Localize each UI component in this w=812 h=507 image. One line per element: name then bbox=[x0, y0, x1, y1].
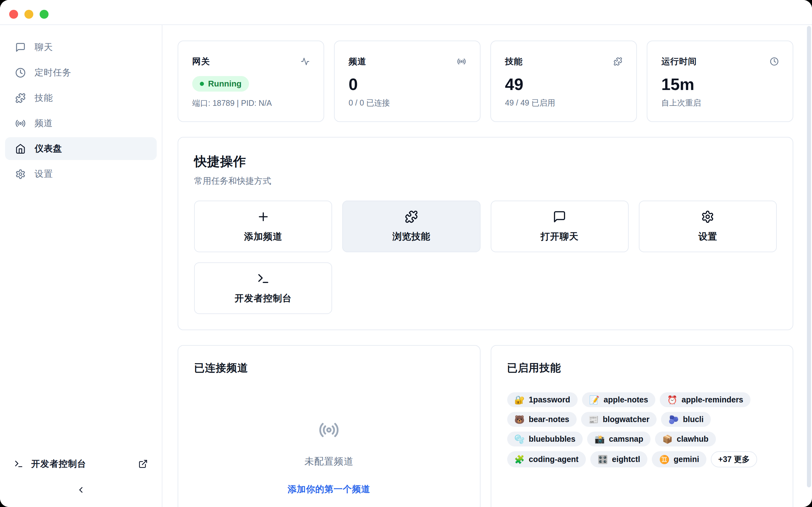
skill-label: blogwatcher bbox=[603, 415, 649, 424]
skill-label: blucli bbox=[683, 415, 704, 424]
stat-subtitle: 自上次重启 bbox=[661, 98, 779, 108]
activity-icon bbox=[301, 57, 310, 66]
chevron-left-icon bbox=[76, 485, 86, 495]
alarm-emoji-icon: ⏰ bbox=[667, 396, 677, 404]
skill-label: clawhub bbox=[676, 435, 708, 444]
quick-actions-panel: 快捷操作 常用任务和快捷方式 添加频道 浏览技能 打开聊天 设置 bbox=[177, 137, 793, 330]
sidebar-item-channels[interactable]: 频道 bbox=[5, 112, 157, 135]
more-skills-label: +37 更多 bbox=[718, 454, 750, 464]
puzzle-icon bbox=[613, 57, 622, 66]
sidebar-collapse-button[interactable] bbox=[72, 481, 90, 499]
stat-card-channels: 频道 0 0 / 0 已连接 bbox=[334, 41, 480, 122]
settings-button[interactable]: 设置 bbox=[639, 201, 777, 252]
browse-skills-button[interactable]: 浏览技能 bbox=[342, 201, 480, 252]
skill-chip-apple-reminders[interactable]: ⏰apple-reminders bbox=[660, 392, 751, 407]
zoom-button[interactable] bbox=[40, 10, 49, 19]
skill-label: camsnap bbox=[609, 435, 643, 444]
sidebar-item-skills[interactable]: 技能 bbox=[5, 87, 157, 109]
skill-label: apple-notes bbox=[604, 395, 648, 404]
app-window: 聊天 定时任务 技能 频道 仪表盘 设置 bbox=[0, 0, 812, 507]
qa-button-label: 添加频道 bbox=[244, 230, 282, 243]
add-first-channel-link[interactable]: 添加你的第一个频道 bbox=[288, 483, 370, 495]
skill-chip-eightctl[interactable]: 🎛️eightctl bbox=[590, 451, 647, 467]
clock-icon bbox=[770, 57, 779, 66]
sidebar-item-chat[interactable]: 聊天 bbox=[5, 36, 157, 59]
connected-channels-panel: 已连接频道 未配置频道 添加你的第一个频道 bbox=[177, 345, 480, 507]
sidebar-item-label: 仪表盘 bbox=[35, 143, 62, 155]
skill-chip-blogwatcher[interactable]: 📰blogwatcher bbox=[581, 412, 657, 427]
status-text: Running bbox=[208, 79, 241, 89]
skill-chip-clawhub[interactable]: 📦clawhub bbox=[655, 432, 716, 447]
skill-chip-camsnap[interactable]: 📸camsnap bbox=[587, 432, 651, 447]
sidebar: 聊天 定时任务 技能 频道 仪表盘 设置 bbox=[0, 25, 162, 507]
terminal-icon bbox=[14, 459, 23, 469]
dev-console-button[interactable]: 开发者控制台 bbox=[194, 262, 332, 314]
stat-card-gateway: 网关 Running 端口: 18789 | PID: N/A bbox=[177, 41, 324, 122]
quick-actions-subtitle: 常用任务和快捷方式 bbox=[194, 175, 777, 187]
status-dot bbox=[200, 82, 204, 86]
stat-value: 49 bbox=[505, 76, 622, 93]
enabled-skills-title: 已启用技能 bbox=[507, 361, 777, 375]
stat-title: 网关 bbox=[192, 56, 210, 67]
skill-chip-gemini[interactable]: ♊️gemini bbox=[652, 451, 706, 467]
skill-chip-bluebubbles[interactable]: 🫧bluebubbles bbox=[507, 432, 583, 447]
skill-chip-apple-notes[interactable]: 📝apple-notes bbox=[582, 392, 656, 407]
stat-title: 频道 bbox=[349, 56, 366, 67]
gemini-emoji-icon: ♊️ bbox=[659, 455, 669, 464]
skill-label: gemini bbox=[674, 455, 699, 464]
stat-title: 运行时间 bbox=[661, 56, 697, 67]
close-button[interactable] bbox=[9, 10, 18, 19]
connected-channels-title: 已连接频道 bbox=[194, 361, 464, 375]
skill-chip-1password[interactable]: 🔐1password bbox=[507, 392, 577, 407]
sidebar-item-cron[interactable]: 定时任务 bbox=[5, 61, 157, 84]
stat-subtitle: 0 / 0 已连接 bbox=[349, 98, 466, 108]
puzzle-icon bbox=[15, 93, 26, 103]
qa-button-label: 开发者控制台 bbox=[235, 292, 292, 305]
open-chat-button[interactable]: 打开聊天 bbox=[491, 201, 629, 252]
sidebar-dev-console[interactable]: 开发者控制台 bbox=[5, 452, 157, 475]
more-skills-chip[interactable]: +37 更多 bbox=[711, 451, 757, 467]
sidebar-item-label: 技能 bbox=[35, 92, 53, 104]
blueberries-emoji-icon: 🫐 bbox=[668, 415, 678, 424]
sidebar-item-label: 频道 bbox=[35, 117, 53, 129]
qa-button-label: 浏览技能 bbox=[392, 230, 430, 243]
sidebar-item-settings[interactable]: 设置 bbox=[5, 163, 157, 185]
sidebar-item-label: 定时任务 bbox=[35, 66, 71, 78]
bubbles-emoji-icon: 🫧 bbox=[514, 435, 525, 443]
stats-row: 网关 Running 端口: 18789 | PID: N/A 频道 0 0 /… bbox=[177, 41, 793, 122]
knobs-emoji-icon: 🎛️ bbox=[598, 455, 608, 464]
skill-chips: 🔐1password 📝apple-notes ⏰apple-reminders… bbox=[507, 392, 777, 467]
quick-actions-title: 快捷操作 bbox=[194, 153, 777, 170]
stat-title: 技能 bbox=[505, 56, 523, 67]
qa-button-label: 设置 bbox=[698, 230, 717, 243]
newspaper-emoji-icon: 📰 bbox=[589, 415, 599, 424]
bottom-row: 已连接频道 未配置频道 添加你的第一个频道 已启用技能 🔐1password 📝… bbox=[177, 345, 793, 507]
minimize-button[interactable] bbox=[24, 10, 33, 19]
main-content: 网关 Running 端口: 18789 | PID: N/A 频道 0 0 /… bbox=[163, 25, 812, 507]
qa-button-label: 打开聊天 bbox=[541, 230, 578, 243]
sidebar-item-label: 设置 bbox=[35, 168, 53, 180]
bear-emoji-icon: 🐻 bbox=[514, 415, 525, 424]
stat-value: 0 bbox=[349, 76, 466, 93]
add-channel-button[interactable]: 添加频道 bbox=[194, 201, 332, 252]
camera-emoji-icon: 📸 bbox=[595, 435, 605, 443]
skill-chip-blucli[interactable]: 🫐blucli bbox=[661, 412, 711, 427]
sidebar-item-dashboard[interactable]: 仪表盘 bbox=[5, 137, 157, 160]
skill-label: bluebubbles bbox=[529, 435, 575, 444]
stat-subtitle: 49 / 49 已启用 bbox=[505, 98, 622, 108]
vertical-scrollbar[interactable] bbox=[807, 26, 811, 487]
enabled-skills-panel: 已启用技能 🔐1password 📝apple-notes ⏰apple-rem… bbox=[491, 345, 794, 507]
channels-empty-text: 未配置频道 bbox=[305, 455, 354, 468]
radio-icon bbox=[318, 419, 339, 441]
skill-label: eightctl bbox=[612, 455, 640, 464]
skill-label: 1password bbox=[529, 395, 570, 404]
channels-empty-state: 未配置频道 添加你的第一个频道 bbox=[194, 419, 464, 495]
skill-chip-bear-notes[interactable]: 🐻bear-notes bbox=[507, 412, 577, 427]
stat-card-skills: 技能 49 49 / 49 已启用 bbox=[490, 41, 637, 122]
skill-chip-coding-agent[interactable]: 🧩coding-agent bbox=[507, 451, 586, 467]
sidebar-item-label: 聊天 bbox=[35, 41, 53, 53]
clock-icon bbox=[15, 67, 26, 78]
skill-label: coding-agent bbox=[529, 455, 578, 464]
message-square-icon bbox=[553, 210, 566, 223]
quick-actions-grid: 添加频道 浏览技能 打开聊天 设置 开发者控制台 bbox=[194, 201, 777, 314]
